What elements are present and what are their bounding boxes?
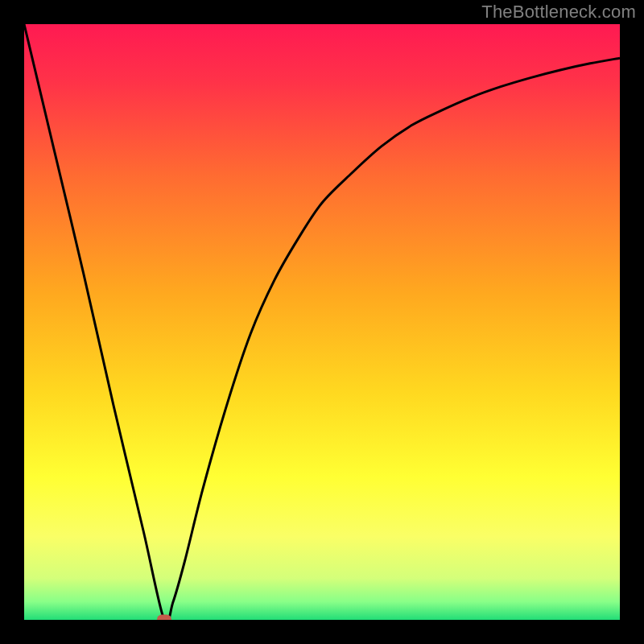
watermark-text: TheBottleneck.com [481, 2, 636, 23]
plot-svg [24, 24, 620, 620]
gradient-background [24, 24, 620, 620]
optimal-point-marker [157, 615, 171, 621]
chart-frame: TheBottleneck.com [0, 0, 644, 644]
plot-area [24, 24, 620, 620]
